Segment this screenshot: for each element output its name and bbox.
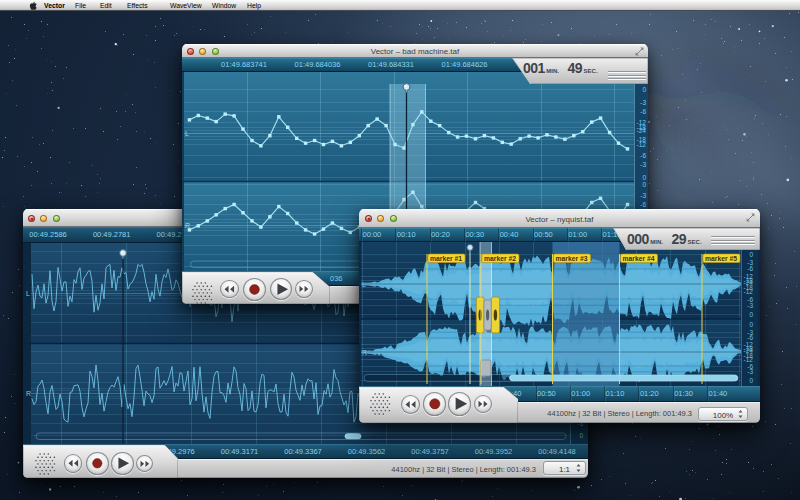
sample-point[interactable] <box>215 120 218 123</box>
sample-point[interactable] <box>626 203 629 206</box>
sample-point[interactable] <box>232 114 235 117</box>
sample-point[interactable] <box>224 112 227 115</box>
marker-flag[interactable]: marker #4 <box>621 254 658 263</box>
sample-point[interactable] <box>250 139 253 142</box>
sample-point[interactable] <box>331 140 334 143</box>
scrollbar-thumb[interactable] <box>510 375 738 380</box>
sample-point[interactable] <box>277 205 280 208</box>
sample-point[interactable] <box>286 126 289 129</box>
forward-button[interactable] <box>474 395 492 413</box>
sample-point[interactable] <box>501 141 504 144</box>
sample-point[interactable] <box>215 213 218 216</box>
menu-item-waveview[interactable]: WaveView <box>170 0 202 11</box>
sample-point[interactable] <box>295 221 298 224</box>
sample-point[interactable] <box>447 131 450 134</box>
waveform-canvas[interactable]: LR00-3-3-6-6-12-12-18-18-2400-3-3-6-6-12… <box>359 242 760 386</box>
menu-item-edit[interactable]: Edit <box>100 0 112 11</box>
zoom-button[interactable] <box>53 215 60 222</box>
sample-point[interactable] <box>358 134 361 137</box>
play-button[interactable] <box>270 278 293 301</box>
sample-point[interactable] <box>572 134 575 137</box>
sample-point[interactable] <box>268 215 271 218</box>
sample-point[interactable] <box>286 212 289 215</box>
sample-point[interactable] <box>438 124 441 127</box>
sample-point[interactable] <box>599 197 602 200</box>
titlebar[interactable]: Vector – nyquist.taf <box>359 209 760 228</box>
sample-point[interactable] <box>536 136 539 139</box>
record-button[interactable] <box>423 392 447 416</box>
titlebar[interactable]: Vector – bad machine.taf <box>182 44 648 58</box>
sample-point[interactable] <box>581 130 584 133</box>
sample-point[interactable] <box>188 228 191 231</box>
sample-point[interactable] <box>545 133 548 136</box>
sample-point[interactable] <box>492 136 495 139</box>
sample-point[interactable] <box>331 221 334 224</box>
marker-flag[interactable]: marker #5 <box>703 254 740 263</box>
rewind-button[interactable] <box>220 280 239 299</box>
sample-point[interactable] <box>197 114 200 117</box>
sample-point[interactable] <box>197 224 200 227</box>
marker-flag[interactable]: marker #1 <box>428 254 465 263</box>
sample-point[interactable] <box>465 134 468 137</box>
zoom-level-dropdown[interactable]: 100% <box>698 407 748 421</box>
sample-point[interactable] <box>429 120 432 123</box>
sample-point[interactable] <box>259 144 262 147</box>
loop-grip-bottom[interactable] <box>481 360 492 376</box>
sample-point[interactable] <box>241 127 244 130</box>
sample-point[interactable] <box>224 207 227 210</box>
scrollbar-thumb[interactable] <box>345 434 361 439</box>
menu-item-help[interactable]: Help <box>247 0 261 11</box>
sample-point[interactable] <box>608 131 611 134</box>
sample-point[interactable] <box>340 227 343 230</box>
sample-point[interactable] <box>563 138 566 141</box>
sample-point[interactable] <box>304 228 307 231</box>
sample-point[interactable] <box>313 232 316 235</box>
sample-point[interactable] <box>510 142 513 145</box>
sample-point[interactable] <box>375 117 378 120</box>
sample-point[interactable] <box>456 135 459 138</box>
sample-point[interactable] <box>340 144 343 147</box>
sample-point[interactable] <box>206 116 209 119</box>
sample-point[interactable] <box>322 143 325 146</box>
sample-point[interactable] <box>277 115 280 118</box>
play-button[interactable] <box>448 392 472 416</box>
close-button[interactable] <box>28 215 35 222</box>
sample-point[interactable] <box>599 116 602 119</box>
sample-point[interactable] <box>617 142 620 145</box>
sample-point[interactable] <box>349 231 352 234</box>
apple-menu-icon[interactable] <box>29 1 39 11</box>
sample-point[interactable] <box>367 124 370 127</box>
sample-point[interactable] <box>304 142 307 145</box>
marker-flag[interactable]: marker #3 <box>554 254 591 263</box>
resize-icon[interactable] <box>635 47 644 56</box>
sample-point[interactable] <box>554 135 557 138</box>
sample-point[interactable] <box>590 120 593 123</box>
forward-button[interactable] <box>136 455 154 473</box>
sample-point[interactable] <box>313 139 316 142</box>
menu-item-effects[interactable]: Effects <box>127 0 148 11</box>
menu-item-vector[interactable]: Vector <box>44 0 65 11</box>
sample-point[interactable] <box>268 134 271 137</box>
minimize-button[interactable] <box>40 215 47 222</box>
sample-point[interactable] <box>232 203 235 206</box>
sample-point[interactable] <box>519 137 522 140</box>
sample-point[interactable] <box>474 201 477 204</box>
sample-point[interactable] <box>590 201 593 204</box>
record-button[interactable] <box>86 452 109 475</box>
sample-point[interactable] <box>384 124 387 127</box>
sample-point[interactable] <box>206 219 209 222</box>
sample-point[interactable] <box>188 118 191 121</box>
sample-point[interactable] <box>241 211 244 214</box>
sample-point[interactable] <box>349 141 352 144</box>
sample-point[interactable] <box>527 134 530 137</box>
zoom-level-dropdown[interactable]: 1:1 <box>543 461 586 475</box>
sample-point[interactable] <box>474 137 477 140</box>
forward-button[interactable] <box>295 280 313 298</box>
marker-flag[interactable]: marker #2 <box>482 254 519 263</box>
sample-point[interactable] <box>259 225 262 228</box>
sample-point[interactable] <box>250 219 253 222</box>
sample-point[interactable] <box>626 147 629 150</box>
resize-icon[interactable] <box>746 213 755 222</box>
record-button[interactable] <box>243 278 266 301</box>
rewind-button[interactable] <box>64 454 83 473</box>
